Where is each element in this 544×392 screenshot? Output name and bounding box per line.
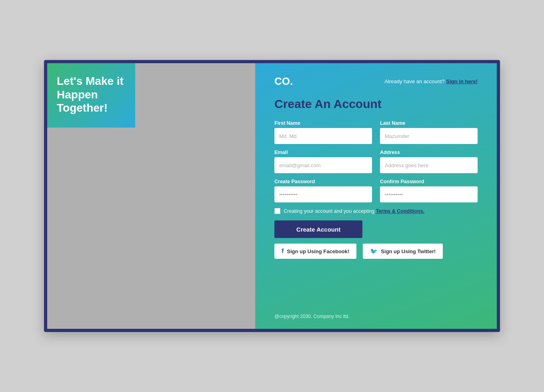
form-title: Create An Account bbox=[274, 97, 478, 111]
first-name-input[interactable] bbox=[274, 128, 372, 144]
create-account-button[interactable]: Create Account bbox=[274, 220, 362, 238]
email-input[interactable] bbox=[274, 157, 372, 173]
footer-text: @copyright 2030. Company Inc ltd. bbox=[274, 314, 478, 319]
form-grid: First Name Last Name Email Address Creat… bbox=[274, 120, 478, 202]
confirm-password-input[interactable] bbox=[380, 186, 478, 202]
terms-checkbox[interactable] bbox=[274, 208, 280, 214]
facebook-icon: f bbox=[282, 248, 284, 255]
registration-form: First Name Last Name Email Address Creat… bbox=[274, 120, 478, 244]
main-card: Let's Make it Happen Together! CO. Alrea… bbox=[44, 60, 500, 332]
address-input[interactable] bbox=[380, 157, 478, 173]
rp-header: CO. Already have an account? Sign in her… bbox=[274, 75, 478, 88]
last-name-group: Last Name bbox=[380, 120, 478, 144]
first-name-label: First Name bbox=[274, 120, 372, 126]
right-panel: CO. Already have an account? Sign in her… bbox=[255, 63, 497, 329]
last-name-label: Last Name bbox=[380, 120, 478, 126]
address-label: Address bbox=[380, 150, 478, 155]
twitter-btn-label: Sign up Using Twitter! bbox=[381, 248, 436, 254]
twitter-signup-button[interactable]: 🐦 Sign up Using Twitter! bbox=[363, 244, 443, 259]
last-name-input[interactable] bbox=[380, 128, 478, 144]
tagline-box: Let's Make it Happen Together! bbox=[47, 63, 135, 128]
already-text: Already have an account? bbox=[384, 78, 444, 84]
signin-link[interactable]: Sign in here! bbox=[446, 78, 478, 84]
terms-row: Creating your account and you accepting … bbox=[274, 208, 478, 214]
email-group: Email bbox=[274, 150, 372, 173]
terms-link[interactable]: Terms & Conditions. bbox=[376, 208, 424, 214]
first-name-group: First Name bbox=[274, 120, 372, 144]
terms-text: Creating your account and you accepting … bbox=[284, 208, 424, 214]
twitter-icon: 🐦 bbox=[370, 248, 378, 255]
signin-prompt: Already have an account? Sign in here! bbox=[384, 78, 478, 84]
logo: CO. bbox=[274, 75, 293, 88]
social-row: f Sign up Using Facebook! 🐦 Sign up Usin… bbox=[274, 244, 478, 259]
email-label: Email bbox=[274, 150, 372, 155]
facebook-signup-button[interactable]: f Sign up Using Facebook! bbox=[274, 244, 356, 259]
address-group: Address bbox=[380, 150, 478, 173]
confirm-password-label: Confirm Password bbox=[380, 179, 478, 184]
facebook-btn-label: Sign up Using Facebook! bbox=[287, 248, 349, 254]
tagline-text: Let's Make it Happen Together! bbox=[57, 74, 126, 115]
create-password-group: Create Password bbox=[274, 179, 372, 202]
left-panel: Let's Make it Happen Together! bbox=[47, 63, 255, 329]
create-password-input[interactable] bbox=[274, 186, 372, 202]
confirm-password-group: Confirm Password bbox=[380, 179, 478, 202]
create-password-label: Create Password bbox=[274, 179, 372, 184]
